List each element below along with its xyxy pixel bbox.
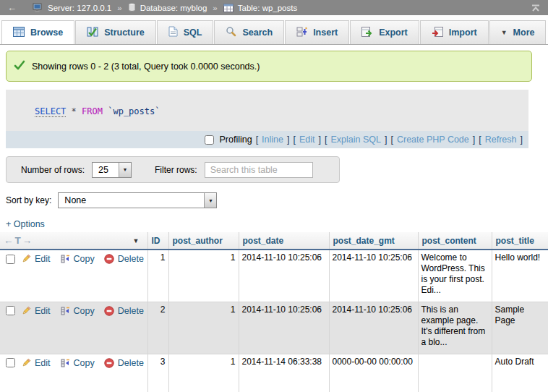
results-table: ←T→ ▼ ID post_author post_date post_date…: [0, 232, 548, 392]
number-of-rows-select[interactable]: 25 ▼: [92, 162, 132, 178]
row-copy-link[interactable]: Copy: [74, 306, 95, 316]
row-edit-link[interactable]: Edit: [35, 306, 51, 316]
search-icon: [226, 26, 236, 39]
row-edit-link[interactable]: Edit: [35, 358, 51, 368]
cell-post-date-gmt[interactable]: 2014-11-10 10:25:06: [329, 302, 418, 354]
column-header-post-date[interactable]: post_date: [239, 232, 329, 250]
cell-post-author[interactable]: 1: [168, 250, 239, 302]
sort-by-key-value: None: [59, 195, 204, 205]
tab-sql[interactable]: SQL: [157, 20, 214, 44]
breadcrumb-table-link[interactable]: Table: wp_posts: [238, 4, 297, 12]
filter-rows-input[interactable]: [205, 162, 313, 178]
cell-post-title[interactable]: Hello world!: [492, 250, 548, 302]
copy-row-icon[interactable]: [60, 254, 70, 264]
column-header-id[interactable]: ID: [147, 232, 168, 250]
phpmyadmin-browse-page: ← Server: 127.0.0.1 » Database: myblog »…: [0, 0, 548, 392]
tab-label: Import: [449, 27, 477, 38]
rows-control-bar: Number of rows: 25 ▼ Filter rows:: [6, 156, 340, 183]
server-icon: [33, 3, 43, 13]
column-header-post-author[interactable]: post_author: [168, 232, 239, 250]
create-php-code-link[interactable]: Create PHP Code: [397, 135, 469, 145]
cell-post-author[interactable]: 1: [168, 302, 239, 354]
row-delete-link[interactable]: Delete: [118, 358, 144, 368]
number-of-rows-label: Number of rows:: [21, 165, 85, 175]
number-of-rows-value: 25: [93, 165, 119, 175]
sort-by-key-label: Sort by key:: [6, 195, 51, 205]
table-row: Edit Copy Delete 2 1 2014-11-10 10:25:06…: [0, 302, 548, 354]
collapse-panel-icon[interactable]: [531, 4, 541, 12]
transpose-icon[interactable]: ←T→: [4, 235, 33, 246]
row-edit-link[interactable]: Edit: [35, 254, 51, 264]
cell-post-content[interactable]: This is an example page. It's different …: [418, 302, 492, 354]
select-caret-icon: ▼: [204, 193, 216, 208]
tab-browse[interactable]: Browse: [1, 20, 74, 44]
tab-label: Structure: [104, 27, 145, 38]
breadcrumb-separator: »: [117, 4, 121, 12]
tab-more[interactable]: ▼ More: [489, 20, 547, 44]
cell-post-date-gmt[interactable]: 2014-11-10 10:25:06: [329, 250, 418, 302]
cell-id[interactable]: 1: [147, 250, 168, 302]
delete-row-icon[interactable]: [104, 254, 114, 264]
cell-post-title[interactable]: Sample Page: [492, 302, 548, 354]
row-options-caret-icon[interactable]: ▼: [133, 237, 140, 244]
query-links-bar: Profiling [Inline] [Edit] [Explain SQL] …: [6, 131, 528, 148]
table-row: Edit Copy Delete 3 1 2014-11-14 06:33:38…: [0, 354, 548, 392]
tab-insert[interactable]: Insert: [285, 20, 349, 44]
edit-pencil-icon[interactable]: [21, 306, 31, 316]
cell-id[interactable]: 3: [147, 354, 168, 392]
bracket: ]: [473, 135, 475, 145]
export-icon: [361, 27, 373, 39]
breadcrumb-server-link[interactable]: Server: 127.0.0.1: [48, 4, 111, 12]
row-delete-link[interactable]: Delete: [118, 254, 144, 264]
delete-row-icon[interactable]: [104, 306, 114, 316]
back-arrow-icon[interactable]: ←: [7, 2, 17, 13]
bracket: [: [325, 135, 327, 145]
row-copy-link[interactable]: Copy: [74, 254, 95, 264]
tab-structure[interactable]: Structure: [75, 20, 156, 44]
copy-row-icon[interactable]: [60, 306, 70, 316]
breadcrumb-separator: »: [213, 4, 217, 12]
success-text: Showing rows 0 - 2 (3 total, Query took …: [32, 61, 260, 72]
cell-post-date[interactable]: 2014-11-10 10:25:06: [239, 302, 329, 354]
bracket: ]: [287, 135, 289, 145]
sort-by-key-select[interactable]: None ▼: [58, 192, 217, 208]
row-checkbox[interactable]: [6, 306, 15, 315]
row-checkbox[interactable]: [6, 255, 15, 264]
sql-table-identifier: `wp_posts`: [108, 106, 160, 116]
copy-row-icon[interactable]: [60, 358, 70, 368]
tab-bar: Browse Structure SQL Search Insert Expor…: [0, 15, 548, 45]
success-message: Showing rows 0 - 2 (3 total, Query took …: [6, 51, 532, 82]
cell-post-date[interactable]: 2014-11-10 10:25:06: [239, 250, 329, 302]
cell-id[interactable]: 2: [147, 302, 168, 354]
row-checkbox[interactable]: [6, 358, 15, 367]
column-header-post-date-gmt[interactable]: post_date_gmt: [329, 232, 418, 250]
explain-sql-link[interactable]: Explain SQL: [330, 135, 380, 145]
inline-link[interactable]: Inline: [262, 135, 283, 145]
cell-post-title[interactable]: Auto Draft: [492, 354, 548, 392]
column-header-post-content[interactable]: post_content: [418, 232, 492, 250]
bracket: ]: [319, 135, 321, 145]
row-copy-link[interactable]: Copy: [74, 358, 95, 368]
cell-post-content[interactable]: Welcome to WordPress. This is your first…: [418, 250, 492, 302]
sql-keyword-select[interactable]: SELECT: [35, 106, 66, 117]
edit-pencil-icon[interactable]: [21, 358, 31, 368]
cell-post-date[interactable]: 2014-11-14 06:33:38: [239, 354, 329, 392]
profiling-checkbox[interactable]: [205, 135, 214, 145]
cell-post-author[interactable]: 1: [168, 354, 239, 392]
delete-row-icon[interactable]: [104, 358, 114, 368]
edit-pencil-icon[interactable]: [21, 254, 31, 264]
cell-post-content[interactable]: [418, 354, 492, 392]
cell-post-date-gmt[interactable]: 0000-00-00 00:00:00: [329, 354, 418, 392]
refresh-link[interactable]: Refresh: [485, 135, 517, 145]
tab-search[interactable]: Search: [214, 20, 284, 44]
row-delete-link[interactable]: Delete: [118, 306, 144, 316]
options-toggle-link[interactable]: + Options: [6, 219, 45, 229]
tab-label: More: [513, 27, 535, 38]
tab-import[interactable]: Import: [420, 20, 489, 44]
structure-icon: [87, 27, 98, 39]
edit-query-link[interactable]: Edit: [299, 135, 315, 145]
tab-label: Export: [379, 27, 408, 38]
breadcrumb-database-link[interactable]: Database: myblog: [140, 4, 207, 12]
tab-export[interactable]: Export: [350, 20, 419, 44]
column-header-post-title[interactable]: post_title: [492, 232, 548, 250]
